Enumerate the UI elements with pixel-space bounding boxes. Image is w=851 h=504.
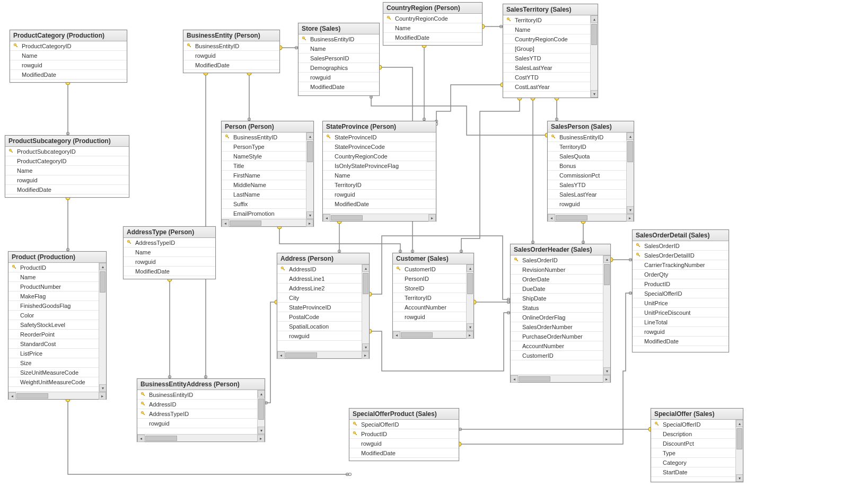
column-row[interactable]: Status — [511, 303, 603, 313]
column-row[interactable]: ProductCategoryID — [10, 41, 127, 51]
scroll-thumb[interactable] — [591, 24, 597, 45]
vertical-scrollbar[interactable]: ▴▾ — [362, 264, 369, 351]
horizontal-scrollbar[interactable]: ◂▸ — [393, 331, 473, 338]
entity-title[interactable]: Product (Production) — [8, 252, 106, 263]
scroll-left-icon[interactable]: ◂ — [548, 214, 555, 222]
column-row[interactable]: StateProvinceID — [323, 132, 436, 142]
scroll-right-icon[interactable]: ▸ — [99, 392, 106, 400]
entity-special-offer[interactable]: SpecialOffer (Sales)SpecialOfferIDDescri… — [651, 408, 743, 482]
column-row[interactable]: AddressID — [137, 400, 257, 409]
entity-title[interactable]: SpecialOffer (Sales) — [651, 409, 743, 420]
scroll-up-icon[interactable]: ▴ — [258, 390, 265, 397]
column-row[interactable]: LastName — [222, 190, 306, 199]
scroll-left-icon[interactable]: ◂ — [511, 375, 518, 383]
scroll-left-icon[interactable]: ◂ — [393, 331, 400, 339]
scroll-left-icon[interactable]: ◂ — [222, 219, 229, 227]
scroll-up-icon[interactable]: ▴ — [591, 15, 598, 23]
vertical-scrollbar[interactable]: ▴▾ — [466, 264, 473, 331]
column-row[interactable]: PurchaseOrderNumber — [511, 332, 603, 341]
scroll-right-icon[interactable]: ▸ — [428, 214, 436, 222]
vertical-scrollbar[interactable]: ▴▾ — [603, 255, 610, 375]
horizontal-scrollbar[interactable]: ◂▸ — [548, 214, 634, 221]
column-row[interactable]: OrderQty — [633, 270, 729, 279]
scroll-thumb[interactable] — [145, 436, 177, 441]
column-row[interactable]: AccountNumber — [511, 341, 603, 351]
scroll-thumb[interactable] — [363, 273, 369, 294]
column-row[interactable]: TerritoryID — [548, 142, 626, 152]
column-row[interactable]: CarrierTrackingNumber — [633, 260, 729, 270]
column-row[interactable]: ModifiedDate — [5, 185, 129, 194]
entity-product[interactable]: Product (Production)ProductIDNameProduct… — [8, 251, 107, 400]
entity-address[interactable]: Address (Person)AddressIDAddressLine1Add… — [277, 253, 370, 359]
horizontal-scrollbar[interactable]: ◂▸ — [8, 392, 106, 399]
column-row[interactable]: [Group] — [503, 44, 590, 54]
entity-address-type[interactable]: AddressType (Person)AddressTypeIDNamerow… — [123, 226, 216, 279]
column-row[interactable]: CustomerID — [393, 264, 466, 274]
entity-state-province[interactable]: StateProvince (Person)StateProvinceIDSta… — [322, 121, 436, 222]
column-row[interactable]: CommissionPct — [548, 171, 626, 180]
column-row[interactable]: EmailPromotion — [222, 209, 306, 218]
scroll-down-icon[interactable]: ▾ — [467, 323, 473, 331]
relationship-line[interactable] — [436, 85, 503, 123]
column-row[interactable]: ListPrice — [8, 349, 99, 358]
entity-title[interactable]: SalesPerson (Sales) — [548, 121, 634, 132]
column-row[interactable]: TerritoryID — [323, 180, 436, 190]
entity-title[interactable]: SpecialOfferProduct (Sales) — [349, 409, 459, 420]
column-row[interactable]: rowguid — [124, 257, 215, 267]
column-row[interactable]: rowguid — [299, 73, 379, 82]
column-row[interactable]: ProductID — [8, 263, 99, 272]
column-row[interactable]: Bonus — [548, 161, 626, 171]
scroll-left-icon[interactable]: ◂ — [277, 351, 285, 359]
column-row[interactable]: rowguid — [137, 419, 257, 428]
scroll-left-icon[interactable]: ◂ — [323, 214, 330, 222]
column-row[interactable]: rowguid — [633, 327, 729, 337]
column-row[interactable]: SalesLastYear — [548, 190, 626, 199]
scroll-thumb[interactable] — [307, 141, 313, 162]
scroll-down-icon[interactable]: ▾ — [258, 427, 265, 434]
column-row[interactable]: ReorderPoint — [8, 330, 99, 339]
scroll-up-icon[interactable]: ▴ — [99, 263, 106, 270]
column-row[interactable]: StateProvinceCode — [323, 142, 436, 152]
column-row[interactable]: ProductCategoryID — [5, 156, 129, 166]
horizontal-scrollbar[interactable]: ◂▸ — [277, 351, 369, 358]
scroll-down-icon[interactable]: ▾ — [736, 474, 743, 482]
column-row[interactable]: Category — [651, 458, 735, 467]
column-row[interactable]: StartDate — [651, 467, 735, 477]
column-row[interactable]: AddressID — [277, 264, 362, 274]
column-row[interactable]: AccountNumber — [393, 303, 466, 312]
entity-title[interactable]: Address (Person) — [277, 253, 369, 264]
vertical-scrollbar[interactable]: ▴▾ — [735, 420, 743, 482]
horizontal-scrollbar[interactable]: ◂▸ — [222, 219, 313, 226]
scroll-thumb[interactable] — [467, 273, 473, 294]
column-row[interactable]: SalesYTD — [503, 54, 590, 63]
entity-title[interactable]: Customer (Sales) — [393, 253, 473, 264]
entity-title[interactable]: BusinessEntity (Person) — [183, 30, 279, 41]
scroll-down-icon[interactable]: ▾ — [362, 343, 369, 351]
column-row[interactable]: MiddleName — [222, 180, 306, 190]
column-row[interactable]: CountryRegionCode — [503, 34, 590, 44]
horizontal-scrollbar[interactable]: ◂▸ — [511, 375, 610, 382]
entity-person[interactable]: Person (Person)BusinessEntityIDPersonTyp… — [221, 121, 314, 227]
scroll-thumb[interactable] — [604, 264, 610, 285]
scroll-left-icon[interactable]: ◂ — [137, 435, 145, 442]
column-row[interactable]: AddressTypeID — [137, 409, 257, 419]
vertical-scrollbar[interactable]: ▴▾ — [306, 132, 313, 219]
column-row[interactable]: SpecialOfferID — [633, 289, 729, 298]
column-row[interactable]: SizeUnitMeasureCode — [8, 368, 99, 377]
column-row[interactable]: BusinessEntityID — [299, 34, 379, 44]
column-row[interactable]: SafetyStockLevel — [8, 320, 99, 330]
column-row[interactable]: SalesYTD — [548, 180, 626, 190]
scroll-down-icon[interactable]: ▾ — [591, 90, 598, 98]
entity-sales-order-detail[interactable]: SalesOrderDetail (Sales)SalesOrderIDSale… — [632, 229, 729, 352]
scroll-up-icon[interactable]: ▴ — [306, 132, 313, 140]
horizontal-scrollbar[interactable]: ◂▸ — [323, 214, 436, 221]
column-row[interactable]: WeightUnitMeasureCode — [8, 377, 99, 387]
horizontal-scrollbar[interactable]: ◂▸ — [137, 434, 265, 441]
scroll-right-icon[interactable]: ▸ — [257, 435, 265, 442]
entity-product-subcategory[interactable]: ProductSubcategory (Production)ProductSu… — [5, 135, 129, 198]
scroll-up-icon[interactable]: ▴ — [736, 420, 743, 427]
column-row[interactable]: CostLastYear — [503, 82, 590, 92]
column-row[interactable]: ProductID — [633, 279, 729, 289]
column-row[interactable]: DueDate — [511, 284, 603, 294]
column-row[interactable]: BusinessEntityID — [137, 390, 257, 400]
